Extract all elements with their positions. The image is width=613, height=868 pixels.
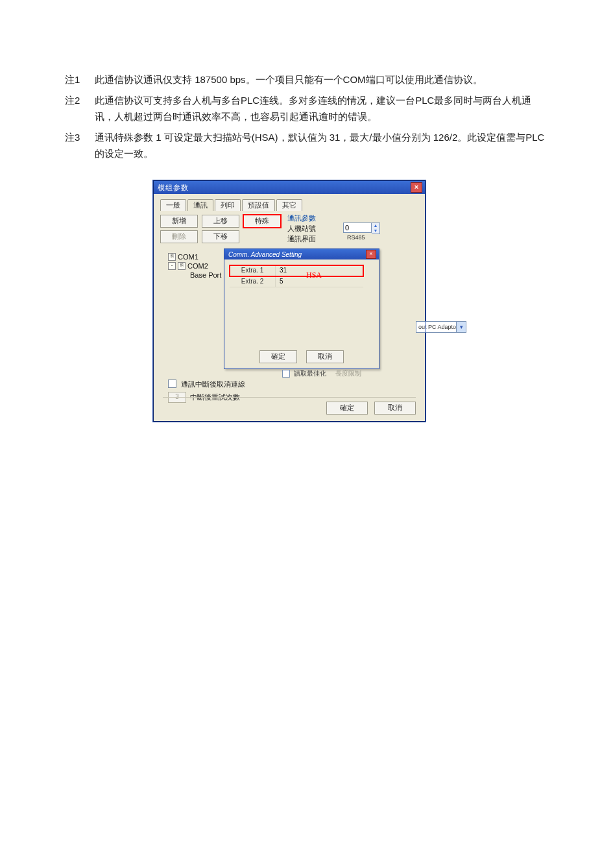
notes-block: 注1 此通信协议通讯仅支持 187500 bps。一个项目只能有一个COM端口可…	[65, 71, 548, 162]
note-row: 注3 通讯特殊参数 1 可设定最大扫描站号(HSA)，默认值为 31，最大/最小…	[65, 129, 548, 162]
note-text: 此通信协议可支持多台人机与多台PLC连线。多对多连线的情况，建议一台PLC最多同…	[95, 92, 548, 125]
note-text: 通讯特殊参数 1 可设定最大扫描站号(HSA)，默认值为 31，最大/最小值分别…	[95, 129, 548, 162]
dialog-border	[153, 180, 426, 422]
note-text: 此通信协议通讯仅支持 187500 bps。一个项目只能有一个COM端口可以使用…	[95, 71, 548, 88]
note-label: 注1	[65, 71, 95, 88]
note-label: 注2	[65, 92, 95, 125]
chevron-down-icon[interactable]: ▾	[456, 322, 466, 332]
note-row: 注2 此通信协议可支持多台人机与多台PLC连线。多对多连线的情况，建议一台PLC…	[65, 92, 548, 125]
note-row: 注1 此通信协议通讯仅支持 187500 bps。一个项目只能有一个COM端口可…	[65, 71, 548, 88]
note-label: 注3	[65, 129, 95, 162]
dialog-screenshot: 模组参数 × 一般 通訊 列印 預設值 其它 新增 上移 特殊	[153, 180, 426, 422]
